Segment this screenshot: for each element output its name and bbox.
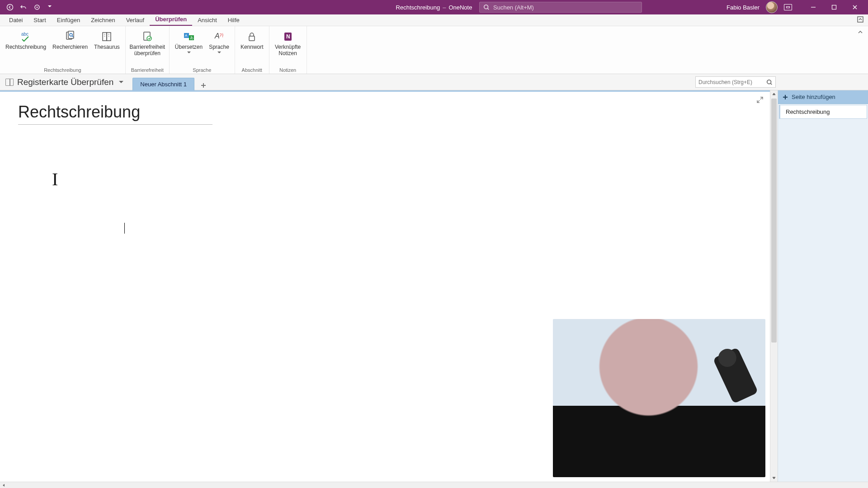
close-button[interactable] — [844, 0, 865, 14]
abc-check-icon: abc — [18, 30, 33, 43]
ribbon-group-rechtschreibung: abc Rechtschreibung Recherchieren Thesau… — [0, 26, 126, 74]
vertical-scrollbar[interactable] — [770, 90, 778, 482]
tab-datei[interactable]: Datei — [4, 15, 28, 26]
svg-point-0 — [7, 5, 13, 10]
chevron-down-icon — [187, 52, 191, 53]
tab-zeichnen[interactable]: Zeichnen — [85, 15, 120, 26]
scroll-up-icon[interactable] — [770, 90, 778, 98]
thesaurus-button[interactable]: Thesaurus — [91, 28, 123, 51]
svg-text:A: A — [185, 33, 188, 38]
accessibility-icon — [140, 30, 155, 43]
expand-page-icon[interactable] — [756, 96, 764, 105]
title-separator: – — [443, 4, 446, 11]
language-icon: A가 — [212, 30, 227, 43]
sprache-button[interactable]: A가 Sprache — [206, 28, 232, 53]
notebook-search-input[interactable] — [698, 79, 766, 85]
hscroll-track[interactable] — [7, 482, 615, 488]
barrierefreiheit-button[interactable]: Barrierefreiheit überprüfen — [128, 28, 166, 57]
page-title[interactable]: Rechtschreibung — [18, 103, 212, 125]
chevron-down-icon — [217, 52, 221, 53]
plus-icon — [783, 94, 788, 100]
svg-rect-4 — [832, 5, 836, 9]
group-label-sprache: Sprache — [193, 66, 211, 74]
verknuepfte-notizen-label: Verknüpfte Notizen — [275, 44, 301, 57]
svg-text:abc: abc — [21, 32, 28, 37]
tab-ueberpruefen[interactable]: Überprüfen — [150, 14, 192, 26]
svg-point-3 — [484, 5, 488, 9]
tab-hilfe[interactable]: Hilfe — [222, 15, 245, 26]
scroll-thumb[interactable] — [771, 99, 777, 343]
svg-rect-8 — [68, 31, 74, 38]
ribbon-group-notizen: N Verknüpfte Notizen Notizen — [269, 26, 307, 74]
ribbon-display-options-icon[interactable] — [857, 16, 863, 24]
page-list-item[interactable]: Rechtschreibung — [779, 105, 867, 119]
notebook-name: Registerkarte Überprüfen — [17, 77, 113, 87]
add-section-button[interactable] — [199, 81, 208, 90]
rechtschreibung-button[interactable]: abc Rechtschreibung — [3, 28, 49, 51]
tab-verlauf[interactable]: Verlauf — [121, 15, 150, 26]
svg-rect-5 — [858, 17, 863, 22]
svg-text:A: A — [214, 32, 220, 40]
section-tab[interactable]: Neuer Abschnitt 1 — [132, 78, 194, 90]
rechtschreibung-label: Rechtschreibung — [5, 44, 46, 51]
notebook-icon — [5, 79, 14, 86]
content-area: Rechtschreibung I Seite hinzufügen Recht… — [0, 90, 868, 482]
scroll-left-icon[interactable] — [0, 482, 7, 488]
verknuepfte-notizen-button[interactable]: N Verknüpfte Notizen — [272, 28, 304, 57]
translate-icon: Aあ — [181, 30, 197, 43]
horizontal-scrollbar[interactable] — [0, 482, 868, 488]
quick-access-toolbar — [0, 3, 52, 12]
app-name: OneNote — [448, 4, 472, 11]
title-search[interactable] — [479, 2, 642, 13]
sprache-label: Sprache — [209, 44, 229, 51]
minimize-button[interactable] — [803, 0, 824, 14]
maximize-button[interactable] — [824, 0, 844, 14]
title-bar: Rechtschreibung – OneNote Fabio Basler — [0, 0, 868, 14]
note-canvas[interactable]: Rechtschreibung I — [0, 90, 770, 482]
svg-text:N: N — [286, 33, 290, 40]
doc-title: Rechtschreibung — [396, 4, 440, 11]
svg-point-23 — [767, 80, 771, 84]
qat-dropdown-icon[interactable] — [48, 5, 52, 9]
avatar[interactable] — [766, 1, 778, 13]
microphone-shape — [713, 347, 759, 404]
group-label-notizen: Notizen — [279, 66, 296, 74]
barrierefreiheit-label: Barrierefreiheit überprüfen — [129, 44, 165, 57]
back-icon[interactable] — [5, 3, 14, 12]
search-icon — [483, 4, 490, 10]
group-label-abschnitt: Abschnitt — [242, 66, 262, 74]
user-name[interactable]: Fabio Basler — [726, 4, 760, 11]
kennwort-label: Kennwort — [241, 44, 264, 51]
svg-rect-20 — [249, 36, 255, 41]
recherchieren-button[interactable]: Recherchieren — [50, 28, 90, 51]
tab-start[interactable]: Start — [28, 15, 51, 26]
window-buttons — [803, 0, 865, 14]
add-page-label: Seite hinzufügen — [792, 94, 835, 100]
caret — [124, 223, 125, 234]
collapse-ribbon-icon[interactable] — [857, 29, 863, 37]
uebersetzen-button[interactable]: Aあ Übersetzen — [172, 28, 205, 53]
ribbon: abc Rechtschreibung Recherchieren Thesau… — [0, 26, 868, 74]
present-icon[interactable] — [784, 4, 792, 10]
ribbon-group-abschnitt: Kennwort Abschnitt — [235, 26, 269, 74]
tab-einfuegen[interactable]: Einfügen — [52, 15, 85, 26]
linked-notes-icon: N — [280, 30, 296, 43]
title-search-input[interactable] — [493, 4, 638, 11]
undo-icon[interactable] — [19, 3, 28, 12]
touch-mode-icon[interactable] — [33, 3, 42, 12]
uebersetzen-label: Übersetzen — [175, 44, 203, 51]
research-icon — [62, 30, 78, 43]
notebook-search[interactable] — [695, 76, 776, 88]
menu-tabs: Datei Start Einfügen Zeichnen Verlauf Üb… — [0, 14, 868, 26]
kennwort-button[interactable]: Kennwort — [238, 28, 266, 51]
group-label-barrierefreiheit: Barrierefreiheit — [131, 66, 164, 74]
title-right: Fabio Basler — [726, 0, 868, 14]
scroll-down-icon[interactable] — [770, 474, 778, 482]
group-label-rechtschreibung: Rechtschreibung — [44, 66, 81, 74]
add-page-button[interactable]: Seite hinzufügen — [778, 90, 868, 104]
tab-ansicht[interactable]: Ansicht — [192, 15, 222, 26]
notebook-bar: Registerkarte Überprüfen Neuer Abschnitt… — [0, 74, 868, 90]
thesaurus-label: Thesaurus — [94, 44, 120, 51]
recherchieren-label: Recherchieren — [52, 44, 88, 51]
notebook-selector[interactable]: Registerkarte Überprüfen — [0, 77, 128, 87]
